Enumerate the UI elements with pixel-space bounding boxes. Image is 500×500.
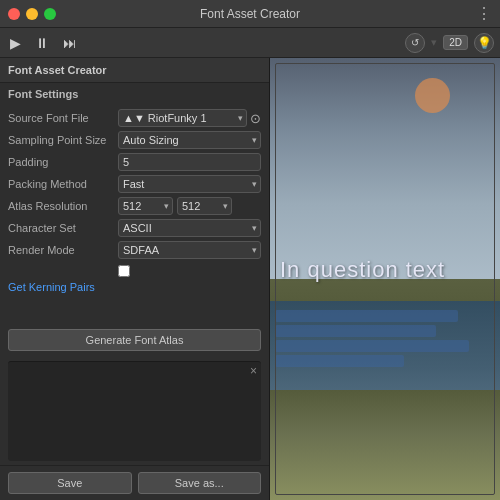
render-mode-select[interactable]: SDFAA SDF Raster Bitmap	[118, 241, 261, 259]
right-panel: In question text	[270, 58, 500, 500]
save-as-button[interactable]: Save as...	[138, 472, 262, 494]
form-area: Source Font File ▲▼ RiotFunky 1 ⊙ Sampli…	[0, 105, 269, 323]
top-toolbar: ▶ ⏸ ⏭ ↺ ▾ 2D 💡	[0, 28, 500, 58]
sampling-select[interactable]: Auto Sizing 8121624	[118, 131, 261, 149]
close-button[interactable]	[8, 8, 20, 20]
kerning-link[interactable]: Get Kerning Pairs	[0, 279, 103, 295]
render-mode-label: Render Mode	[8, 244, 118, 256]
main-area: Font Asset Creator Font Settings Source …	[0, 58, 500, 500]
menu-icon[interactable]: ⋮	[476, 4, 492, 23]
kerning-checkbox-wrapper	[118, 265, 130, 277]
mode-badge-2d[interactable]: 2D	[443, 35, 468, 50]
sampling-row: Sampling Point Size Auto Sizing 8121624	[0, 129, 269, 151]
kerning-row	[0, 261, 269, 281]
source-font-select[interactable]: ▲▼ RiotFunky 1	[118, 109, 247, 127]
padding-value: 5	[118, 153, 261, 171]
rotate-icon[interactable]: ↺	[405, 33, 425, 53]
minimize-button[interactable]	[26, 8, 38, 20]
window-title: Font Asset Creator	[200, 7, 300, 21]
blue-bar-3	[275, 340, 469, 352]
source-font-label: Source Font File	[8, 112, 118, 124]
window-controls	[8, 8, 56, 20]
atlas-resolution-label: Atlas Resolution	[8, 200, 118, 212]
character-set-row: Character Set ASCII Extended ASCII Unico…	[0, 217, 269, 239]
log-area: ×	[8, 361, 261, 461]
kerning-value	[118, 265, 261, 277]
left-panel: Font Asset Creator Font Settings Source …	[0, 58, 270, 500]
toolbar-right: ↺ ▾ 2D 💡	[405, 33, 494, 53]
packing-row: Packing Method Fast Optimal	[0, 173, 269, 195]
bottom-buttons: Save Save as...	[0, 465, 269, 500]
preview-background: In question text	[270, 58, 500, 500]
source-font-row: Source Font File ▲▼ RiotFunky 1 ⊙	[0, 107, 269, 129]
source-font-browse-icon[interactable]: ⊙	[250, 111, 261, 126]
character-set-select[interactable]: ASCII Extended ASCII Unicode Range Custo…	[118, 219, 261, 237]
section-title: Font Settings	[0, 83, 269, 105]
render-mode-value: SDFAA SDF Raster Bitmap	[118, 241, 261, 259]
padding-row: Padding 5	[0, 151, 269, 173]
log-close-icon[interactable]: ×	[250, 364, 257, 378]
orange-circle-element	[415, 78, 450, 113]
atlas-height-select[interactable]: 51225610242048	[177, 197, 232, 215]
separator: ▾	[431, 36, 437, 49]
packing-label: Packing Method	[8, 178, 118, 190]
next-button[interactable]: ⏭	[59, 33, 81, 53]
blue-overlay-bars	[275, 310, 490, 367]
generate-btn-wrapper: Generate Font Atlas	[0, 323, 269, 357]
padding-input[interactable]: 5	[118, 153, 261, 171]
maximize-button[interactable]	[44, 8, 56, 20]
play-button[interactable]: ▶	[6, 33, 25, 53]
atlas-resolution-row: Atlas Resolution 51225610242048 51225610…	[0, 195, 269, 217]
preview-sample-text: In question text	[280, 257, 445, 283]
packing-select[interactable]: Fast Optimal	[118, 175, 261, 193]
settings-icon[interactable]: 💡	[474, 33, 494, 53]
source-font-value: ▲▼ RiotFunky 1 ⊙	[118, 109, 261, 127]
generate-button[interactable]: Generate Font Atlas	[8, 329, 261, 351]
blue-bar-2	[275, 325, 436, 337]
blue-bar-4	[275, 355, 404, 367]
title-bar: Font Asset Creator ⋮	[0, 0, 500, 28]
blue-bar-1	[275, 310, 458, 322]
pause-button[interactable]: ⏸	[31, 33, 53, 53]
save-button[interactable]: Save	[8, 472, 132, 494]
atlas-resolution-value: 51225610242048 51225610242048	[118, 197, 261, 215]
panel-header: Font Asset Creator	[0, 58, 269, 83]
render-mode-row: Render Mode SDFAA SDF Raster Bitmap	[0, 239, 269, 261]
packing-value: Fast Optimal	[118, 175, 261, 193]
padding-label: Padding	[8, 156, 118, 168]
character-set-label: Character Set	[8, 222, 118, 234]
sampling-value: Auto Sizing 8121624	[118, 131, 261, 149]
atlas-width-select[interactable]: 51225610242048	[118, 197, 173, 215]
kerning-checkbox[interactable]	[118, 265, 130, 277]
sampling-label: Sampling Point Size	[8, 134, 118, 146]
preview-area: In question text	[270, 58, 500, 500]
character-set-value: ASCII Extended ASCII Unicode Range Custo…	[118, 219, 261, 237]
